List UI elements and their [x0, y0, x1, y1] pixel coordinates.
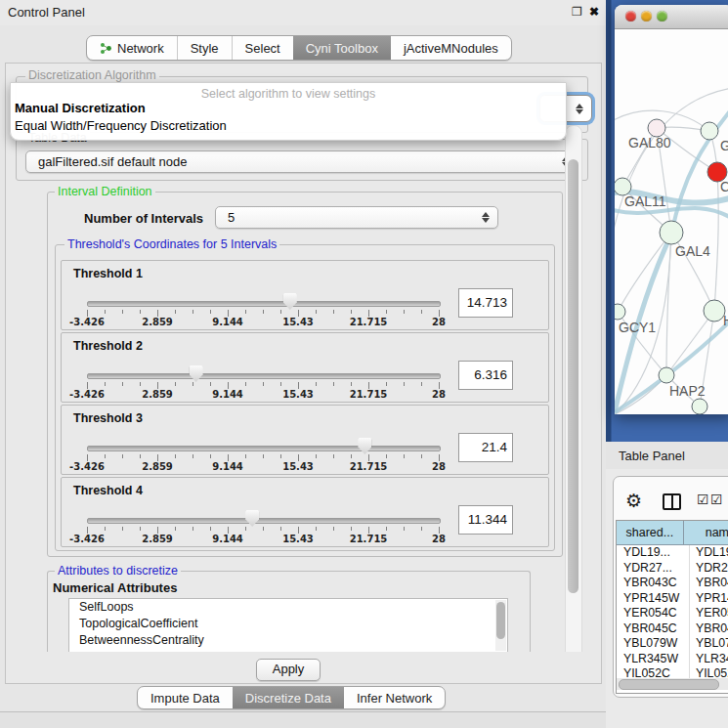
tick-label: 21.715 — [350, 317, 388, 327]
tick-label: 9.144 — [212, 461, 243, 472]
node-label-gcy1: GCY1 — [619, 320, 656, 335]
number-of-intervals-combobox[interactable]: 5 — [215, 206, 498, 229]
tab-infer-network[interactable]: Infer Network — [344, 687, 445, 708]
tab-select[interactable]: Select — [232, 36, 293, 60]
table-row[interactable]: YLR345WYLR345W — [617, 652, 728, 667]
network-window-titlebar[interactable] — [615, 5, 728, 29]
network-node-hap2[interactable] — [659, 367, 674, 383]
slider-tick-labels: -3.4262.8599.14415.4321.71528 — [62, 534, 548, 545]
tick-label: 9.144 — [212, 317, 243, 327]
tab-label: Infer Network — [357, 691, 432, 706]
threshold-value-field[interactable]: 11.344 — [458, 505, 513, 535]
control-panel-titlebar: Control Panel ❐ ✖ — [0, 0, 606, 25]
close-icon[interactable]: ✖ — [589, 5, 599, 19]
threshold-slider-thumb[interactable] — [283, 293, 297, 310]
network-canvas[interactable]: GAL80G.CGAL11GAL4GCY1HHAP2 — [615, 29, 728, 414]
float-window-icon[interactable]: ❐ — [572, 5, 582, 19]
network-node-g[interactable] — [701, 122, 718, 140]
top-tab-bar: NetworkStyleSelectCyni ToolboxjActiveMNo… — [86, 35, 512, 61]
threshold-slider-thumb[interactable] — [190, 365, 203, 382]
table-row[interactable]: YPR145WYPR145W — [617, 591, 728, 607]
cell-shared-name: YLR345W — [617, 652, 690, 667]
threshold-panel: Threshold 4 -3.4262.8599.14415.4321.7152… — [61, 477, 549, 547]
table-data-combobox[interactable]: galFiltered.sif default node — [25, 150, 578, 173]
tab-label: Select — [245, 41, 280, 56]
cell-shared-name: YER054C — [617, 606, 690, 621]
node-label-g: G. — [720, 138, 728, 153]
cell-name: YDL19 — [690, 545, 728, 561]
threshold-slider-track[interactable] — [87, 373, 441, 379]
tick-label: 21.715 — [350, 461, 388, 472]
tab-label: Impute Data — [150, 691, 220, 706]
table-row[interactable]: YDL19...YDL19 — [617, 545, 728, 561]
zoom-traffic-light[interactable] — [657, 11, 667, 21]
table-data-combobox-value: galFiltered.sif default node — [26, 154, 558, 169]
algorithm-option-manual-discretization[interactable]: Manual Discretization — [15, 101, 146, 115]
interval-definition-label: Interval Definition — [55, 186, 155, 198]
threshold-label: Threshold 3 — [73, 411, 143, 425]
cell-name: YLR345W — [690, 652, 728, 667]
status-strip — [0, 712, 606, 728]
table-row[interactable]: YER054CYER054C — [617, 606, 728, 621]
table-row[interactable]: YBR045CYBR045C — [617, 621, 728, 637]
tab-label: jActiveMNodules — [404, 41, 498, 56]
panel-scrollbar[interactable] — [565, 125, 582, 678]
cell-name: YPR145W — [690, 591, 728, 607]
checkbox-icon[interactable]: ☑ — [710, 492, 723, 507]
threshold-slider-track[interactable] — [87, 446, 441, 451]
table-row[interactable]: YBR043CYBR043C — [617, 576, 728, 591]
combo-arrows-icon — [572, 104, 587, 114]
network-node[interactable] — [692, 399, 707, 414]
split-columns-icon[interactable] — [663, 493, 681, 510]
attribute-topologicalcoefficient[interactable]: TopologicalCoefficient — [69, 616, 507, 632]
network-graph: GAL80G.CGAL11GAL4GCY1HHAP2 — [615, 29, 728, 414]
tab-style[interactable]: Style — [177, 36, 232, 60]
column-header-name[interactable]: name — [684, 521, 728, 545]
tab-discretize-data[interactable]: Discretize Data — [233, 687, 344, 708]
table-row[interactable]: YBL079WYBL079W — [617, 636, 728, 652]
tick-label: -3.426 — [69, 317, 105, 327]
threshold-label: Threshold 2 — [73, 339, 143, 353]
attribute-betweennesscentrality[interactable]: BetweennessCentrality — [69, 632, 507, 649]
minimize-traffic-light[interactable] — [641, 11, 652, 21]
network-node-h[interactable] — [704, 300, 725, 321]
attribute-selfloops[interactable]: SelfLoops — [69, 599, 507, 616]
threshold-slider-thumb[interactable] — [358, 438, 371, 454]
close-traffic-light[interactable] — [625, 11, 636, 21]
threshold-value-field[interactable]: 6.316 — [458, 361, 513, 390]
cell-name: YDR27 — [690, 561, 728, 577]
threshold-slider-track[interactable] — [87, 301, 441, 307]
numerical-attributes-list[interactable]: SelfLoopsTopologicalCoefficientBetweenne… — [68, 598, 508, 653]
tick-label: 2.859 — [142, 389, 173, 400]
slider-tick-labels: -3.4262.8599.14415.4321.71528 — [62, 317, 548, 328]
apply-button[interactable]: Apply — [256, 659, 321, 681]
cell-name: YBR045C — [690, 621, 728, 637]
threshold-value-field[interactable]: 21.4 — [458, 433, 513, 462]
tab-label: Network — [117, 41, 164, 56]
table-horizontal-scrollbar[interactable] — [617, 678, 728, 690]
threshold-slider-thumb[interactable] — [245, 510, 259, 527]
bottom-tab-bar: Impute DataDiscretize DataInfer Network — [137, 686, 446, 709]
tick-label: -3.426 — [69, 534, 105, 544]
network-node-gcy1[interactable] — [615, 304, 625, 320]
tab-impute-data[interactable]: Impute Data — [138, 687, 233, 708]
network-node-gal4[interactable] — [660, 221, 683, 244]
tick-label: 28 — [432, 461, 446, 472]
column-header-shared[interactable]: shared... — [617, 521, 684, 545]
number-of-intervals-value: 5 — [216, 210, 478, 225]
algorithm-option-equal-width-frequency-discretization[interactable]: Equal Width/Frequency Discretization — [15, 118, 227, 133]
table-row[interactable]: YDR27...YDR27 — [617, 561, 728, 577]
list-scrollbar[interactable] — [495, 600, 506, 651]
checkbox-icon[interactable]: ☑ — [697, 492, 709, 507]
threshold-slider-track[interactable] — [87, 518, 441, 524]
gear-icon[interactable]: ⚙ — [625, 490, 642, 511]
threshold-value-field[interactable]: 14.713 — [458, 288, 513, 318]
tick-label: 15.43 — [282, 317, 314, 327]
tab-cyni-toolbox[interactable]: Cyni Toolbox — [293, 36, 391, 60]
slider-tick-labels: -3.4262.8599.14415.4321.71528 — [62, 461, 548, 473]
threshold-label: Threshold 1 — [73, 267, 143, 280]
cell-name: YBR043C — [690, 576, 728, 591]
network-icon — [100, 42, 112, 55]
tab-network[interactable]: Network — [87, 36, 177, 60]
tab-jactivemnodules[interactable]: jActiveMNodules — [391, 36, 511, 60]
